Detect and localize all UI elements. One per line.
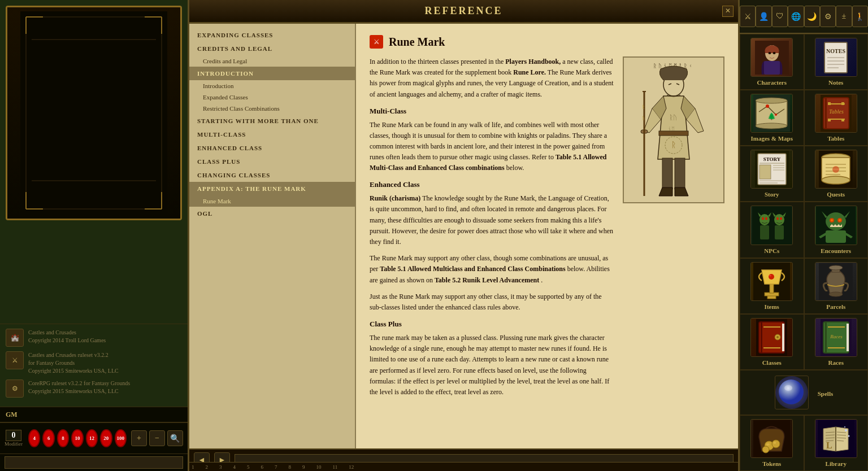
svg-point-130 (845, 429, 847, 431)
die-d20[interactable]: 20 (100, 429, 112, 447)
tokens-svg (753, 420, 790, 457)
svg-rect-54 (760, 165, 771, 179)
gm-label: GM (6, 411, 18, 419)
toolbar-modifier-btn[interactable]: ± (836, 6, 852, 27)
copyright-area: 🏰 Castles and Crusades Copyright 2014 Tr… (0, 324, 188, 407)
character-svg (20, 11, 167, 215)
close-button[interactable]: ✕ (722, 6, 734, 17)
toolbar-combat-btn[interactable]: ⚔ (740, 6, 756, 27)
die-d12[interactable]: 12 (86, 429, 98, 447)
main-panel: Reference ✕ EXPANDING CLASSES CREDITS AN… (189, 0, 738, 471)
toc-enhanced-class[interactable]: ENHANCED CLASS (189, 141, 355, 155)
die-d6[interactable]: 6 (42, 429, 54, 447)
encounters-image (815, 206, 857, 245)
svg-point-37 (756, 98, 787, 103)
spells-image (775, 376, 809, 409)
character-area (0, 0, 188, 324)
search-button[interactable]: 🔍 (167, 430, 183, 446)
characters-label: Characters (757, 79, 787, 86)
tokens-label: Tokens (762, 460, 781, 467)
toc-item-expanded-classes[interactable]: Expanded Classes (189, 91, 355, 103)
svg-point-117 (766, 443, 770, 446)
class-plus-paragraph: The rune mark may be taken as a plussed … (370, 333, 614, 398)
svg-point-38 (756, 123, 787, 129)
sword-icon-2: ⚔ (6, 351, 24, 369)
die-d100[interactable]: 100 (115, 429, 127, 447)
rp-card-items[interactable]: Items (740, 258, 804, 314)
die-d8[interactable]: 8 (57, 429, 69, 447)
die-d4[interactable]: 4 (28, 429, 40, 447)
rp-card-parcels[interactable]: Parcels (804, 258, 869, 314)
parcels-label: Parcels (826, 303, 845, 310)
rp-card-characters[interactable]: Characters (740, 34, 804, 90)
toc-item-rune-mark[interactable]: Rune Mark (189, 195, 355, 207)
rp-card-tables[interactable]: Tables Tables (804, 90, 869, 146)
rp-card-notes[interactable]: NOTES Notes (804, 34, 869, 90)
toc-ogl[interactable]: OGL (189, 207, 355, 220)
races-label: Races (828, 359, 844, 366)
rp-card-spells[interactable]: Spells (740, 370, 868, 415)
toc-multi-class[interactable]: MULTI-CLASS (189, 128, 355, 141)
tables-svg: Tables (821, 95, 852, 132)
classes-image (750, 318, 793, 357)
tokens-image (750, 419, 793, 458)
content-area: ⚔ Rune Mark In addition to the thirteen … (356, 24, 738, 448)
rp-card-encounters[interactable]: Encounters (804, 202, 869, 258)
svg-point-35 (766, 104, 769, 108)
add-button[interactable]: + (131, 430, 147, 446)
toc-starting-more-than-one[interactable]: STARTING WITH MORE THAN ONE (189, 114, 355, 128)
modifier-label: Modifier (5, 441, 23, 447)
ruler-num-12: 12 (349, 464, 354, 470)
svg-point-94 (829, 292, 843, 296)
toc-class-plus[interactable]: CLASS PLUS (189, 155, 355, 168)
subtract-button[interactable]: − (149, 430, 165, 446)
maps-svg: 🌲 (753, 95, 790, 132)
library-image: L (815, 419, 857, 458)
toc-appendix-a[interactable]: APPENDIX A: THE RUNE MARK (189, 182, 355, 195)
ruler-num-2: 2 (206, 464, 209, 470)
content-text: In addition to the thirteen classes pres… (370, 56, 614, 403)
encounters-svg (816, 206, 856, 245)
svg-point-83 (839, 219, 841, 221)
rp-card-library[interactable]: L Library (804, 415, 869, 471)
ruler-num-3: 3 (219, 464, 222, 470)
svg-text:ᚱ: ᚱ (671, 141, 676, 149)
classes-svg (756, 319, 787, 356)
toc-introduction[interactable]: INTRODUCTION (189, 67, 355, 80)
tables-label: Tables (827, 135, 844, 142)
rp-card-story[interactable]: STORY Story (740, 146, 804, 202)
reference-title: Reference (424, 5, 502, 17)
toc-expanding-classes[interactable]: EXPANDING CLASSES (189, 28, 355, 42)
rp-card-images-maps[interactable]: 🌲 Images & Maps (740, 90, 804, 146)
svg-point-68 (832, 166, 839, 173)
rp-card-quests[interactable]: Quests (804, 146, 869, 202)
toc-changing-classes[interactable]: CHANGING CLASSES (189, 168, 355, 182)
toc-item-credits[interactable]: Credits and Legal (189, 55, 355, 67)
toolbar-char-btn[interactable]: 👤 (756, 6, 771, 27)
races-svg: Races (821, 319, 852, 356)
toolbar-walk-btn[interactable]: 🚶 (852, 6, 868, 27)
chat-input[interactable] (5, 456, 183, 469)
parcels-svg (819, 263, 853, 300)
toolbar-shield-btn[interactable]: 🛡 (772, 6, 788, 27)
svg-rect-46 (828, 102, 831, 105)
rp-card-npcs[interactable]: NPCs (740, 202, 804, 258)
toolbar-settings-btn[interactable]: ⚙ (820, 6, 836, 27)
toc-item-introduction[interactable]: Introduction (189, 80, 355, 91)
rp-card-races[interactable]: Races Races (804, 314, 869, 370)
svg-rect-23 (764, 61, 780, 75)
ruler-num-6: 6 (261, 464, 264, 470)
copyright-item-2: ⚔ Castles and Crusades ruleset v3.2.2 fo… (6, 351, 182, 375)
toc-item-restricted-combinations[interactable]: Restricted Class Combinations (189, 103, 355, 114)
toolbar-globe-btn[interactable]: 🌐 (788, 6, 804, 27)
rp-card-classes[interactable]: Classes (740, 314, 804, 370)
quests-svg (819, 151, 853, 187)
rp-card-tokens[interactable]: Tokens (740, 415, 804, 471)
dice-bar: 0 Modifier 4 6 8 10 12 20 100 + − 🔍 (0, 422, 188, 453)
die-d10[interactable]: 10 (71, 429, 83, 447)
svg-text:STORY: STORY (763, 156, 780, 162)
svg-text:ᚱᚢ: ᚱᚢ (669, 114, 677, 121)
toc-credits-legal[interactable]: CREDITS AND LEGAL (189, 42, 355, 55)
svg-point-79 (826, 212, 846, 230)
toolbar-moon-btn[interactable]: 🌙 (804, 6, 820, 27)
